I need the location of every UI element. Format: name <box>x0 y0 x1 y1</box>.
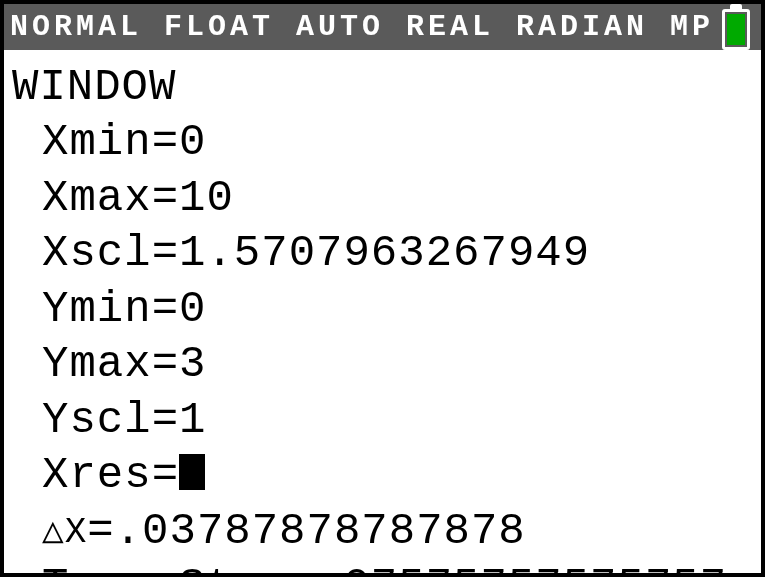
setting-ymin[interactable]: Ymin=0 <box>42 282 753 337</box>
setting-label: △X <box>42 512 87 553</box>
setting-xmin[interactable]: Xmin=0 <box>42 115 753 170</box>
screen-title: WINDOW <box>12 60 753 115</box>
setting-value: .07575757575757 <box>316 561 727 577</box>
window-settings-screen: WINDOW Xmin=0 Xmax=10 Xscl=1.57079632679… <box>4 50 761 577</box>
setting-label: Xres <box>42 450 152 500</box>
status-bar: NORMAL FLOAT AUTO REAL RADIAN MP <box>4 4 761 50</box>
cursor-icon <box>179 454 205 490</box>
setting-value: 3 <box>179 339 206 389</box>
setting-xres[interactable]: Xres= <box>42 448 753 503</box>
battery-icon <box>721 4 751 50</box>
setting-label: TraceStep <box>42 561 289 577</box>
setting-xmax[interactable]: Xmax=10 <box>42 171 753 226</box>
setting-deltax[interactable]: △X=.03787878787878 <box>42 504 753 559</box>
setting-label: Xmax <box>42 173 152 223</box>
calculator-screen: NORMAL FLOAT AUTO REAL RADIAN MP WINDOW … <box>0 0 765 577</box>
setting-label: Xmin <box>42 117 152 167</box>
setting-label: Yscl <box>42 395 152 445</box>
status-mode-text: NORMAL FLOAT AUTO REAL RADIAN MP <box>10 10 714 44</box>
setting-ymax[interactable]: Ymax=3 <box>42 337 753 392</box>
setting-label: Xscl <box>42 228 152 278</box>
setting-label: Ymin <box>42 284 152 334</box>
setting-value: 10 <box>179 173 234 223</box>
setting-xscl[interactable]: Xscl=1.5707963267949 <box>42 226 753 281</box>
setting-tracestep[interactable]: TraceStep=.07575757575757 <box>42 559 753 577</box>
setting-value: 1.5707963267949 <box>179 228 590 278</box>
setting-value: 1 <box>179 395 206 445</box>
setting-value: 0 <box>179 284 206 334</box>
setting-value: 0 <box>179 117 206 167</box>
setting-value: .03787878787878 <box>115 506 526 556</box>
setting-yscl[interactable]: Yscl=1 <box>42 393 753 448</box>
setting-label: Ymax <box>42 339 152 389</box>
